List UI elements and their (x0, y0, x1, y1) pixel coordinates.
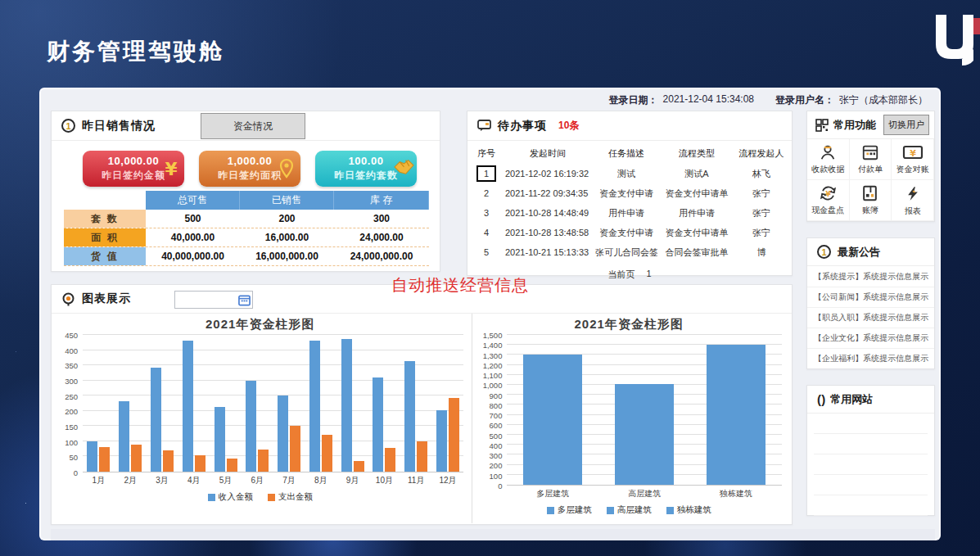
website-empty-row (814, 414, 928, 434)
qr-grid-icon (815, 119, 829, 132)
y-axis-tick-label: 900 (476, 391, 502, 400)
website-empty-row (814, 475, 928, 495)
chart-bar (87, 441, 97, 472)
todo-time: 2021-10-28 13:48:58 (500, 228, 595, 237)
bar-group (147, 335, 178, 472)
bar-group (273, 335, 305, 472)
svg-text:¥: ¥ (910, 148, 916, 159)
todo-row[interactable]: 12021-12-02 16:19:32测试测试A林飞 (472, 164, 787, 183)
chart-bar (99, 447, 110, 472)
chart-plot-area: 050100150200250300350400450 (56, 335, 463, 472)
chart-bar (119, 401, 129, 472)
y-axis-tick-label: 350 (56, 361, 78, 370)
sales-cell-value: 24,000,000.00 (334, 247, 429, 265)
chart-bar (195, 455, 205, 472)
function-item-label: 账簿 (862, 205, 878, 216)
kpi-badge[interactable]: 1,000.00昨日签约面积 (199, 151, 300, 187)
bar-group (432, 335, 464, 472)
announcement-item[interactable]: 【公司新闻】系统提示信息展示 (807, 287, 934, 307)
function-item-现金盘点[interactable]: ¥现金盘点 (807, 180, 850, 221)
function-item-label: 资金对账 (896, 164, 929, 175)
function-item-付款单[interactable]: 付款单 (850, 139, 892, 180)
y-axis-tick-label: 500 (476, 431, 502, 440)
function-item-收款收据[interactable]: 收款收据 (807, 139, 850, 180)
todo-column-header: 发起时间 (500, 147, 595, 160)
ledger-icon (860, 184, 879, 202)
sales-card: 1 昨日销售情况 资金情况 10,000.00昨日签约金额¥1,000.00昨日… (51, 111, 440, 272)
announcement-item[interactable]: 【企业福利】系统提示信息展示 (807, 348, 934, 368)
y-axis-tick-label: 1,000 (476, 381, 502, 390)
funds-reconcile-icon: ¥ (902, 143, 924, 161)
sales-cell-value: 500 (146, 210, 240, 228)
chart-monthly-funds: 2021年资金柱形图0501001502002503003504004501月2… (52, 314, 472, 523)
todo-flow-type: 测试A (657, 168, 736, 180)
y-axis-tick-label: 0 (56, 468, 78, 477)
bar-group (598, 335, 690, 485)
websites-card-header: ( ) 常用网站 (807, 386, 934, 414)
pagination-current-page[interactable]: 1 (646, 269, 651, 281)
chart-bar (523, 355, 582, 485)
bar-groups (507, 335, 782, 485)
todo-initiator: 博 (736, 246, 787, 259)
y-axis-tick-label: 300 (56, 377, 78, 386)
kpi-badge[interactable]: 100.00昨日签约套数 (315, 151, 417, 187)
todo-initiator: 张宁 (736, 207, 787, 219)
x-axis-tick-label: 12月 (432, 475, 464, 486)
function-item-账簿[interactable]: 账簿 (850, 180, 892, 221)
website-empty-row (814, 454, 928, 475)
x-axis-tick-label: 8月 (305, 475, 336, 486)
charts-card: 图表展示 2021年资金柱形图0501001502002503003504004… (51, 284, 793, 525)
legend-swatch (607, 507, 614, 514)
panel-footer-strip (51, 529, 935, 540)
chart-building-funds: 2021年资金柱形图01002003004005006007008009001,… (472, 314, 792, 523)
x-axis-tick-label: 3月 (147, 475, 178, 486)
bar-group (242, 335, 273, 472)
announcement-item[interactable]: 【系统提示】系统提示信息展示 (807, 266, 934, 287)
todo-row[interactable]: 22021-11-22 09:34:35资金支付申请资金支付申请单张宁 (472, 183, 787, 203)
announcement-item[interactable]: 【职员入职】系统提示信息展示 (807, 307, 934, 328)
y-axis-tick-label: 1,200 (476, 360, 502, 369)
todo-time: 2021-12-02 16:19:32 (500, 169, 595, 179)
message-icon (477, 120, 491, 132)
legend-swatch (547, 507, 554, 514)
function-item-报表[interactable]: 报表 (892, 180, 934, 221)
chart-bar (373, 377, 383, 472)
sales-title: 昨日销售情况 (82, 119, 156, 133)
legend-swatch (208, 494, 215, 501)
common-functions-card: 常用功能 切换用户 收款收据付款单¥资金对账¥现金盘点账簿报表 (806, 111, 935, 222)
chart-bar (309, 341, 320, 472)
todo-row[interactable]: 52021-10-21 15:13:33张可儿合同会签审批单合同会签审批单博 (472, 242, 787, 262)
legend-item: 收入金额 (208, 491, 253, 503)
tab-funds-status[interactable]: 资金情况 (201, 113, 305, 139)
announcements-card-header: 1 最新公告 (807, 238, 934, 266)
receipt-person-icon (818, 143, 838, 161)
x-axis-tick-label: 4月 (178, 475, 210, 486)
chart-bar (151, 368, 161, 472)
todo-time: 2021-10-21 15:13:33 (500, 247, 595, 257)
todo-task: 张可儿合同会签审批单 (595, 246, 657, 259)
websites-card: ( ) 常用网站 (806, 385, 935, 516)
cash-count-icon: ¥ (818, 184, 838, 202)
switch-user-button[interactable]: 切换用户 (883, 115, 929, 135)
y-axis-tick-label: 1,400 (476, 341, 502, 350)
calendar-icon[interactable] (238, 294, 251, 306)
todo-title: 待办事项 (498, 119, 547, 133)
legend-item: 高层建筑 (607, 504, 652, 516)
kpi-badge[interactable]: 10,000.00昨日签约金额¥ (83, 151, 184, 187)
todo-column-header: 序号 (472, 147, 500, 160)
announcements-card: 1 最新公告 【系统提示】系统提示信息展示【公司新闻】系统提示信息展示【职员入职… (806, 237, 935, 369)
sales-column-header: 库 存 (334, 191, 429, 210)
todo-flow-type: 合同会签审批单 (657, 246, 736, 259)
bar-group (115, 335, 147, 472)
report-icon (905, 184, 921, 203)
function-item-资金对账[interactable]: ¥资金对账 (892, 139, 934, 180)
announcement-item[interactable]: 【企业文化】系统提示信息展示 (807, 328, 934, 348)
todo-seq: 5 (472, 247, 500, 257)
y-axis-tick-label: 300 (476, 451, 502, 460)
todo-row[interactable]: 42021-10-28 13:48:58资金支付申请资金支付申请单张宁 (472, 223, 787, 242)
chart-bar (707, 345, 765, 485)
todo-row[interactable]: 32021-10-28 14:48:49用件申请用件申请张宁 (472, 203, 787, 223)
bar-groups (83, 335, 463, 472)
bar-group (178, 335, 210, 472)
legend-item: 独栋建筑 (666, 504, 711, 516)
